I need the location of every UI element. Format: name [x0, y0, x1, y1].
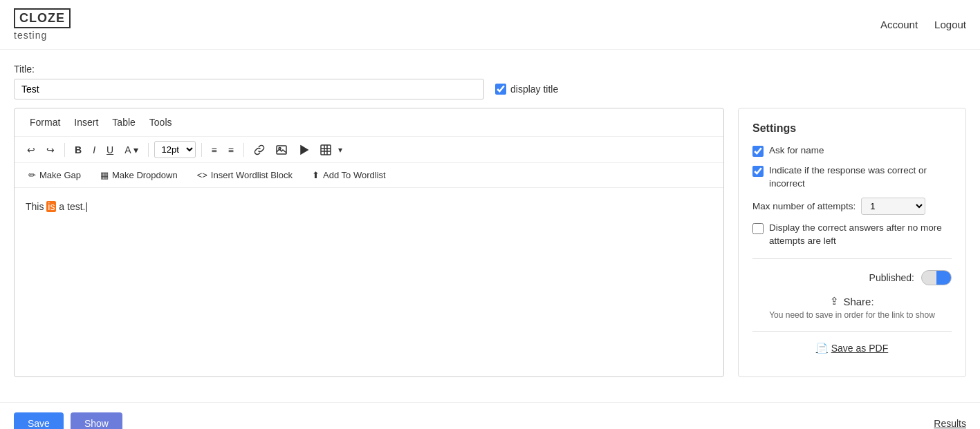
editor-content[interactable]: This is a test.| — [15, 188, 723, 376]
make-dropdown-label: Make Dropdown — [112, 170, 178, 180]
settings-title: Settings — [752, 122, 952, 135]
make-dropdown-button[interactable]: ▦ Make Dropdown — [95, 167, 183, 183]
bold-button[interactable]: B — [71, 142, 86, 158]
insert-wordlist-button[interactable]: <> Insert Wordlist Block — [192, 167, 298, 183]
separator-1 — [64, 143, 65, 157]
media-button[interactable] — [294, 142, 313, 158]
separator-4 — [243, 143, 244, 157]
published-toggle[interactable] — [921, 270, 952, 285]
grid-icon: ▦ — [100, 170, 109, 180]
content-text-after: a test.| — [56, 201, 88, 212]
ask-name-label: Ask for name — [769, 144, 824, 158]
account-link[interactable]: Account — [880, 19, 918, 30]
settings-panel: Settings Ask for name Indicate if the re… — [738, 108, 966, 377]
content-area: Format Insert Table Tools ↩ ↪ B I U A ▾ … — [14, 108, 966, 377]
underline-button[interactable]: U — [102, 142, 118, 158]
results-link[interactable]: Results — [934, 418, 966, 429]
link-button[interactable] — [250, 142, 269, 158]
undo-button[interactable]: ↩ — [23, 142, 39, 158]
show-button[interactable]: Show — [71, 412, 122, 429]
indicate-correct-label: Indicate if the response was correct or … — [769, 164, 952, 191]
display-correct-checkbox[interactable] — [752, 223, 764, 234]
share-note: You need to save in order for the link t… — [752, 310, 952, 320]
menu-format[interactable]: Format — [23, 114, 67, 131]
menu-insert[interactable]: Insert — [67, 114, 105, 131]
bottom-left: Save Show — [14, 412, 122, 429]
display-title-checkbox[interactable] — [495, 84, 506, 95]
logo-area: CLOZE testing — [14, 8, 71, 41]
save-button[interactable]: Save — [14, 412, 64, 429]
separator-2 — [148, 143, 149, 157]
save-pdf-row: 📄 Save as PDF — [752, 343, 952, 354]
attempts-label: Max number of attempts: — [752, 201, 856, 211]
editor-toolbar2: ✏ Make Gap ▦ Make Dropdown <> Insert Wor… — [15, 163, 723, 188]
highlighted-word: is — [46, 201, 56, 212]
header-nav: Account Logout — [880, 19, 966, 30]
title-label: Title: — [14, 64, 966, 75]
italic-button[interactable]: I — [89, 142, 100, 158]
share-title: ⇪ Share: — [752, 295, 952, 307]
settings-divider-2 — [752, 331, 952, 332]
make-gap-label: Make Gap — [39, 170, 81, 180]
title-section: Title: display title — [14, 64, 966, 99]
editor-wrapper: Format Insert Table Tools ↩ ↪ B I U A ▾ … — [14, 108, 724, 377]
bottom-bar: Save Show Results — [0, 402, 980, 429]
main-content: Title: display title Format Insert Table… — [0, 50, 980, 391]
display-correct-label: Display the correct answers after no mor… — [769, 222, 952, 248]
title-row: display title — [14, 79, 966, 99]
title-input[interactable] — [14, 79, 484, 99]
editor-toolbar: ↩ ↪ B I U A ▾ 12pt 10pt 14pt 16pt ≡ ≡ — [15, 137, 723, 163]
table-button[interactable] — [316, 142, 335, 158]
font-size-select[interactable]: 12pt 10pt 14pt 16pt — [154, 141, 196, 158]
share-row: ⇪ Share: You need to save in order for t… — [752, 295, 952, 320]
published-label: Published: — [869, 272, 914, 283]
unordered-list-button[interactable]: ≡ — [207, 142, 221, 158]
menu-table[interactable]: Table — [105, 114, 142, 131]
font-color-button[interactable]: A ▾ — [120, 142, 142, 158]
svg-marker-2 — [301, 146, 308, 154]
logo-subtitle: testing — [14, 30, 71, 41]
svg-rect-3 — [321, 145, 331, 155]
display-correct-row: Display the correct answers after no mor… — [752, 222, 952, 248]
content-text-before: This — [26, 201, 46, 212]
attempts-row: Max number of attempts: 1 2 3 Unlimited — [752, 198, 952, 215]
logo: CLOZE — [14, 8, 71, 28]
make-gap-button[interactable]: ✏ Make Gap — [23, 167, 86, 183]
ask-for-name-row: Ask for name — [752, 144, 952, 158]
menu-tools[interactable]: Tools — [142, 114, 179, 131]
ordered-list-button[interactable]: ≡ — [224, 142, 238, 158]
editor-menubar: Format Insert Table Tools — [15, 108, 723, 137]
redo-button[interactable]: ↪ — [42, 142, 59, 158]
attempts-select[interactable]: 1 2 3 Unlimited — [861, 198, 925, 215]
indicate-correct-row: Indicate if the response was correct or … — [752, 164, 952, 191]
pencil-icon: ✏ — [28, 170, 36, 180]
logout-link[interactable]: Logout — [934, 19, 966, 30]
save-pdf-label: Save as PDF — [831, 343, 888, 354]
header: CLOZE testing Account Logout — [0, 0, 980, 50]
settings-divider-1 — [752, 258, 952, 259]
add-wordlist-label: Add To Wordlist — [323, 170, 386, 180]
ask-name-checkbox[interactable] — [752, 146, 764, 157]
pdf-icon: 📄 — [816, 343, 828, 354]
published-row: Published: — [752, 270, 952, 285]
display-title-label: display title — [510, 84, 558, 95]
separator-3 — [201, 143, 202, 157]
indicate-correct-checkbox[interactable] — [752, 166, 764, 177]
add-to-wordlist-button[interactable]: ⬆ Add To Wordlist — [306, 167, 391, 183]
upload-icon: ⬆ — [312, 170, 320, 180]
code-icon: <> — [197, 170, 207, 180]
save-pdf-link[interactable]: 📄 Save as PDF — [816, 343, 888, 354]
share-label: Share: — [843, 296, 873, 307]
share-icon: ⇪ — [830, 295, 839, 307]
display-title-check: display title — [495, 84, 558, 95]
image-button[interactable] — [272, 142, 291, 158]
insert-wordlist-label: Insert Wordlist Block — [211, 170, 293, 180]
